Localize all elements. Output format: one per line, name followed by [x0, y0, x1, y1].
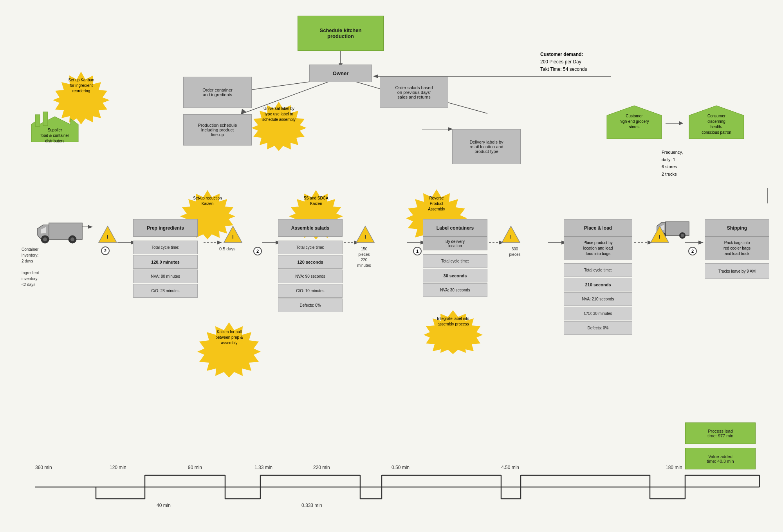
- shipping-data-1: Trucks leave by 9 AM: [705, 263, 769, 279]
- shipping-label: Shipping: [727, 225, 747, 231]
- svg-point-86: [681, 234, 684, 237]
- svg-text:I: I: [659, 234, 660, 240]
- assemble-nva: NVA: 90 seconds: [295, 274, 325, 279]
- svg-point-77: [43, 237, 47, 241]
- svg-rect-73: [49, 223, 82, 239]
- label-sub-text: By deliverylocation: [446, 239, 465, 248]
- delivery-labels-box: Delivery labels by retail location and p…: [452, 129, 521, 164]
- assemble-cycle-label: Total cycle time:: [296, 245, 324, 250]
- svg-marker-30: [698, 241, 704, 244]
- place-co: C/O: 30 minutes: [584, 311, 612, 316]
- assemble-cycle-value: 120 seconds: [297, 260, 323, 264]
- prep-cycle-value: 120.0 minutes: [151, 260, 180, 264]
- schedule-label: Schedule kitchen production: [320, 27, 362, 39]
- diagram-container: Schedule kitchen production Owner Custom…: [0, 0, 783, 532]
- assemble-data-1: Total cycle time:: [278, 241, 343, 254]
- place-defects: Defects: 0%: [588, 326, 609, 330]
- prep-data-2: 120.0 minutes: [133, 255, 198, 269]
- assemble-salads-box: Assemble salads: [278, 219, 343, 237]
- owner-box: Owner: [309, 65, 372, 82]
- label-containers-label: Label containers: [437, 225, 474, 231]
- kaizen-5s-text: 5S and SDCAKaizen: [304, 196, 328, 206]
- label-cycle-label: Total cycle time:: [441, 259, 469, 263]
- supplier-truck: [35, 217, 90, 244]
- timeline-label-90: 90 min: [188, 465, 202, 470]
- kaizen-pull-text: Kaizen for pullbetween prep &assembly: [215, 330, 243, 345]
- inventory-circle-2: 2: [253, 247, 262, 255]
- customer-demand-pieces: 200 Pieces per Day: [540, 59, 581, 65]
- delivery-labels-label: Delivery labels by retail location and p…: [469, 140, 503, 154]
- assemble-salads-label: Assemble salads: [291, 225, 329, 231]
- place-load-box: Place & load: [564, 219, 632, 237]
- svg-rect-68: [43, 112, 48, 126]
- shipping-box: Shipping: [705, 219, 769, 237]
- order-container-label: Order container and ingredients: [202, 88, 232, 97]
- timeline-label-220: 220 min: [313, 465, 330, 470]
- assemble-data-4: C/O: 10 minutes: [278, 284, 343, 298]
- owner-label: Owner: [333, 70, 348, 76]
- place-load-sub-box: Place product by location and load food …: [564, 237, 632, 260]
- inventory-triangle-4: I: [501, 225, 521, 244]
- kaizen-universal-label: Universal label bytype use label tosched…: [247, 100, 311, 151]
- production-schedule-box: Production schedule including product li…: [183, 114, 252, 146]
- place-data-2: 210 seconds: [564, 278, 632, 291]
- order-container-box: Order container and ingredients: [183, 77, 252, 108]
- shipping-sub-box: Pack bags into red cooler bags and load …: [705, 237, 769, 260]
- process-lead-time-label: Process lead time: 977 min: [707, 429, 733, 438]
- customer-to-consumer-arrow: [666, 119, 687, 127]
- schedule-production-box: Schedule kitchen production: [298, 16, 384, 51]
- place-cycle-label: Total cycle time:: [584, 268, 612, 272]
- inventory-days-1: 0.5 days: [219, 246, 236, 251]
- inventory-circle-5: 2: [688, 247, 697, 255]
- kaizen-pull-prep-assembly: Kaizen for pullbetween prep &assembly: [195, 321, 263, 377]
- label-nva: NVA: 30 seconds: [440, 288, 470, 292]
- customer-demand-takt: Takt Time: 54 seconds: [540, 66, 587, 72]
- timeline-label-40: 40 min: [157, 503, 171, 508]
- consumer-label: Consumerdiscerninghealth-conscious patro…: [702, 114, 731, 135]
- inventory-triangle-1: I: [98, 225, 117, 244]
- timeline-label-360: 360 min: [35, 465, 52, 470]
- label-data-1: Total cycle time:: [423, 254, 487, 268]
- frequency-label: Frequency, daily: 1 6 stores 2 trucks: [662, 150, 683, 176]
- customer-demand: Customer demand: 200 Pieces per Day Takt…: [540, 51, 587, 74]
- consumer-box: Consumerdiscerninghealth-conscious patro…: [685, 104, 748, 139]
- svg-point-79: [70, 237, 74, 241]
- kaizen-universal-label-text: Universal label bytype use label tosched…: [262, 106, 296, 122]
- svg-text:I: I: [364, 234, 366, 240]
- inventory-pieces-2: 300pieces: [501, 246, 529, 257]
- timeline-label-133: 1.33 min: [254, 465, 272, 470]
- inventory-circle-3: 1: [413, 247, 422, 255]
- place-load-sub-text: Place product by location and load food …: [583, 240, 613, 257]
- place-data-3: NVA: 210 seconds: [564, 292, 632, 306]
- inventory-circle-1: 2: [101, 246, 110, 255]
- timeline-label-180: 180 min: [666, 465, 682, 470]
- timeline-label-450: 4.50 min: [501, 465, 519, 470]
- place-data-5: Defects: 0%: [564, 321, 632, 335]
- frequency-box: Frequency, daily: 1 6 stores 2 trucks: [662, 149, 683, 178]
- svg-text:I: I: [510, 234, 512, 240]
- customer-demand-label: Customer demand:: [540, 52, 583, 57]
- label-containers-box: Label containers: [423, 219, 487, 237]
- production-schedule-label: Production schedule including product li…: [198, 123, 237, 137]
- place-cycle-value: 210 seconds: [585, 282, 611, 287]
- label-data-3: NVA: 30 seconds: [423, 283, 487, 297]
- label-sub-box: By deliverylocation: [423, 237, 487, 250]
- assemble-co: C/O: 10 minutes: [296, 289, 324, 293]
- prep-data-3: NVA: 80 minutes: [133, 270, 198, 283]
- timeline-label-120: 120 min: [110, 465, 126, 470]
- shipping-trucks: Trucks leave by 9 AM: [718, 269, 756, 273]
- timeline-label-0333: 0.333 min: [301, 503, 322, 508]
- label-cycle-value: 30 seconds: [444, 273, 467, 278]
- kaizen-kanban-label: Set up Kanbanfor ingredientreordering: [68, 78, 94, 93]
- svg-marker-10: [373, 74, 378, 78]
- place-load-label: Place & load: [584, 225, 612, 231]
- order-salads-label: Order salads based on previous days' sal…: [395, 85, 433, 99]
- svg-text:I: I: [232, 234, 234, 240]
- container-inventory-label: Containerinventory:2 daysIngredientinven…: [22, 246, 39, 288]
- customer-box: Customerhigh-end grocerystores: [603, 104, 666, 139]
- kaizen-integrate-text: Integrate label intoassembly process: [437, 316, 469, 326]
- process-lead-time-box: Process lead time: 977 min: [685, 422, 756, 444]
- svg-rect-67: [35, 115, 40, 126]
- place-data-1: Total cycle time:: [564, 263, 632, 277]
- prep-ingredients-box: Prep ingredients: [133, 219, 198, 237]
